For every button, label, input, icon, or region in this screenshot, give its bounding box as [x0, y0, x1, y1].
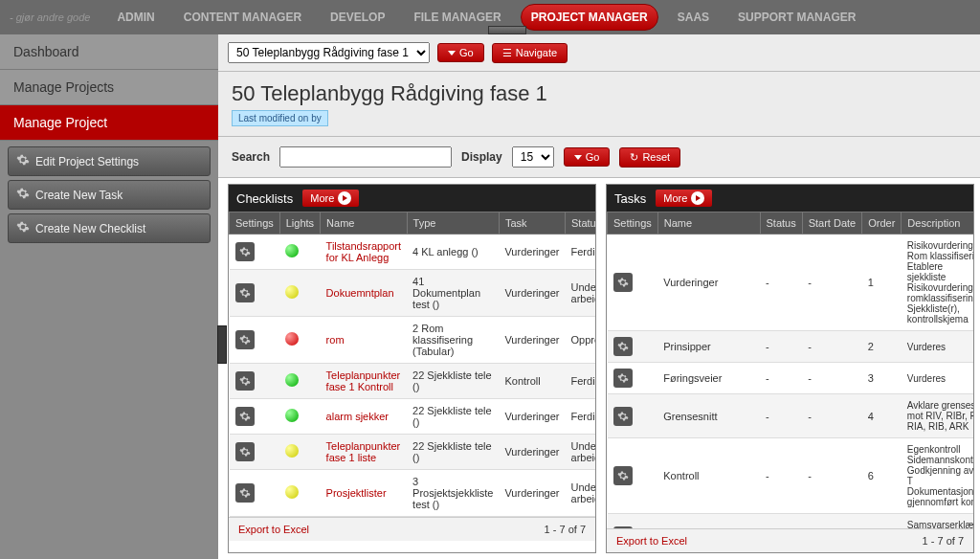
- checklists-panel: Checklists More SettingsLightsNameTypeTa…: [228, 184, 596, 553]
- action-create-new-task[interactable]: Create New Task: [8, 180, 211, 210]
- cell-start: -: [802, 438, 862, 514]
- search-input[interactable]: [279, 146, 452, 168]
- sidebar-item-manage-project[interactable]: Manage Project: [0, 105, 218, 141]
- row-settings-button[interactable]: [613, 407, 633, 426]
- cell-order: 2: [862, 331, 902, 363]
- last-modified-badge: Last modified on by: [232, 110, 328, 126]
- sidebar-item-manage-projects[interactable]: Manage Projects: [0, 70, 218, 105]
- cell-start: -: [802, 235, 862, 331]
- row-settings-button[interactable]: [235, 371, 255, 391]
- col-header[interactable]: Name: [321, 212, 407, 235]
- cell-start: -: [802, 394, 862, 438]
- col-header[interactable]: Order: [862, 212, 902, 235]
- tasks-panel: Tasks More SettingsNameStatusStart DateO…: [606, 184, 974, 553]
- cell-status: -: [760, 363, 802, 394]
- table-row: Teleplanpunkter fase 1 Kontroll22 Sjekkl…: [230, 364, 596, 399]
- search-go-button[interactable]: Go: [564, 147, 611, 167]
- col-header[interactable]: Type: [407, 212, 499, 235]
- col-header[interactable]: Settings: [608, 212, 658, 235]
- row-settings-button[interactable]: [235, 242, 255, 261]
- project-select[interactable]: 50 Teleplanbygg Rådgiving fase 1: [228, 42, 430, 63]
- checklists-export-link[interactable]: Export to Excel: [238, 524, 309, 535]
- nav-content-manager[interactable]: CONTENT MANAGER: [174, 5, 311, 30]
- col-header[interactable]: Description: [902, 212, 973, 235]
- search-bar: Search Display 15 Go ↻Reset: [218, 137, 980, 178]
- col-header[interactable]: Task: [499, 212, 565, 235]
- row-settings-button[interactable]: [235, 442, 255, 461]
- cell-status: -: [760, 394, 802, 438]
- col-header[interactable]: Lights: [279, 212, 320, 235]
- table-row: Samsvarserklæring--7Samsvarserklæri §12,…: [608, 514, 974, 529]
- search-label: Search: [232, 150, 270, 164]
- tasks-title: Tasks: [614, 191, 646, 206]
- cell-name: Føringsveier: [657, 363, 760, 394]
- nav-develop[interactable]: DEVELOP: [321, 5, 394, 30]
- nav-admin[interactable]: ADMIN: [107, 5, 164, 30]
- row-settings-button[interactable]: [235, 283, 255, 302]
- cell-start: -: [802, 514, 862, 529]
- cell-type: 22 Sjekkliste tele (): [407, 435, 499, 470]
- status-light-icon: [285, 285, 299, 299]
- nav-support-manager[interactable]: SUPPORT MANAGER: [728, 5, 865, 30]
- row-settings-button[interactable]: [613, 369, 633, 388]
- sidebar: DashboardManage ProjectsManage Project E…: [0, 34, 218, 559]
- arrow-icon: [574, 155, 582, 160]
- checklist-name-link[interactable]: Teleplanpunkter fase 1 Kontroll: [326, 369, 401, 392]
- cell-desc: Samsvarserklæri §12, med risikovurdering: [902, 514, 973, 529]
- row-settings-button[interactable]: [235, 407, 255, 426]
- row-settings-button[interactable]: [613, 337, 633, 356]
- cell-status: -: [760, 235, 802, 331]
- row-settings-button[interactable]: [235, 483, 255, 503]
- title-area: 50 Teleplanbygg Rådgiving fase 1 Last mo…: [218, 72, 980, 137]
- main-content: 50 Teleplanbygg Rådgiving fase 1 Go ☰Nav…: [218, 34, 980, 559]
- nav-project-manager[interactable]: PROJECT MANAGER: [521, 4, 658, 31]
- display-select[interactable]: 15: [512, 146, 554, 168]
- table-row: Tilstandsrapport for KL Anlegg4 KL anleg…: [230, 235, 596, 270]
- col-header[interactable]: Settings: [230, 212, 280, 235]
- sidebar-item-dashboard[interactable]: Dashboard: [0, 34, 218, 70]
- row-settings-button[interactable]: [235, 330, 255, 349]
- table-row: Teleplanpunkter fase 1 liste22 Sjekklist…: [230, 435, 596, 470]
- cell-status: Under arbeid: [566, 470, 595, 517]
- cell-status: Under arbeid: [566, 435, 595, 470]
- action-edit-project-settings[interactable]: Edit Project Settings: [8, 146, 211, 176]
- col-header[interactable]: Status: [566, 212, 595, 235]
- col-header[interactable]: Status: [760, 212, 802, 235]
- sidebar-collapse-handle[interactable]: [217, 325, 227, 364]
- cell-desc: Vurderes: [902, 363, 973, 394]
- action-create-new-checklist[interactable]: Create New Checklist: [8, 213, 211, 243]
- panel-minimize-handle[interactable]: [488, 26, 526, 34]
- col-header[interactable]: Name: [657, 212, 760, 235]
- tasks-export-link[interactable]: Export to Excel: [616, 535, 687, 547]
- cell-task: Kontroll: [499, 364, 565, 399]
- gear-icon: [16, 153, 30, 169]
- nav-icon: ☰: [502, 47, 512, 59]
- go-button[interactable]: Go: [437, 43, 484, 62]
- col-header[interactable]: Start Date: [802, 212, 862, 235]
- cell-status: -: [760, 514, 802, 529]
- navigate-button[interactable]: ☰Navigate: [492, 43, 568, 63]
- status-light-icon: [285, 373, 299, 387]
- status-light-icon: [285, 332, 299, 346]
- cell-type: 41 Dokumentplan test (): [407, 270, 499, 317]
- table-row: Dokuemntplan41 Dokumentplan test ()Vurde…: [230, 270, 596, 317]
- tasks-more-button[interactable]: More: [656, 190, 712, 207]
- checklist-name-link[interactable]: Prosjektlister: [326, 487, 387, 499]
- checklist-name-link[interactable]: rom: [326, 334, 345, 346]
- checklist-name-link[interactable]: Dokuemntplan: [326, 287, 394, 299]
- checklist-name-link[interactable]: alarm sjekker: [326, 411, 389, 422]
- checklist-name-link[interactable]: Tilstandsrapport for KL Anlegg: [326, 240, 401, 263]
- cell-status: -: [760, 438, 802, 514]
- table-row: Føringsveier--3Vurderes: [608, 363, 974, 394]
- tasks-pager: 1 - 7 of 7: [923, 535, 964, 547]
- table-row: Prosjektlister3 Prosjektsjekkliste test …: [230, 470, 596, 517]
- reset-button[interactable]: ↻Reset: [619, 147, 680, 168]
- nav-saas[interactable]: SAAS: [668, 5, 719, 30]
- cell-order: 7: [862, 514, 902, 529]
- checklists-more-button[interactable]: More: [302, 190, 359, 207]
- table-row: rom2 Rom klassifisering (Tabular)Vurderi…: [230, 317, 596, 364]
- checklist-name-link[interactable]: Teleplanpunkter fase 1 liste: [326, 440, 401, 463]
- row-settings-button[interactable]: [613, 273, 633, 292]
- row-settings-button[interactable]: [613, 466, 633, 485]
- cell-desc: Risikovurdering Rom klassifiserin Etable…: [902, 235, 973, 331]
